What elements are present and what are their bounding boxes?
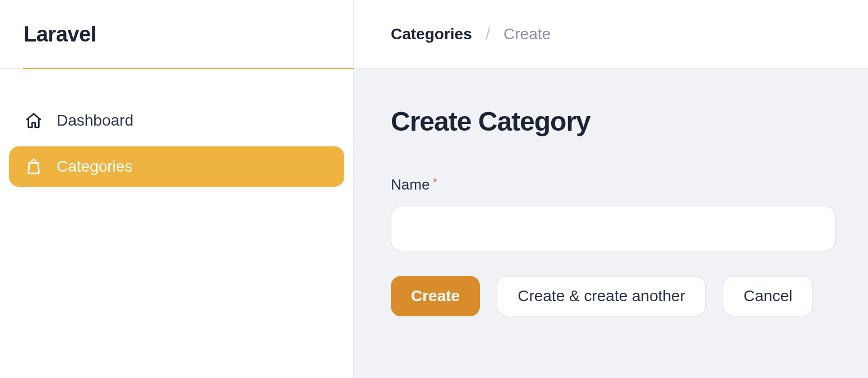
breadcrumb: Categories / Create — [391, 25, 551, 44]
topbar: Categories / Create — [354, 0, 868, 69]
form-group-name: Name * — [391, 176, 835, 251]
shopping-bag-icon — [25, 158, 43, 176]
sidebar-item-dashboard[interactable]: Dashboard — [9, 100, 344, 141]
sidebar-item-label: Categories — [57, 158, 132, 176]
sidebar-item-categories[interactable]: Categories — [9, 146, 344, 187]
cancel-button[interactable]: Cancel — [723, 276, 813, 316]
breadcrumb-current: Create — [504, 25, 551, 43]
breadcrumb-root[interactable]: Categories — [391, 25, 472, 43]
create-and-create-another-button[interactable]: Create & create another — [497, 276, 706, 316]
required-asterisk: * — [433, 177, 437, 187]
sidebar-nav: Dashboard Categories — [0, 69, 353, 192]
page-title: Create Category — [391, 106, 835, 137]
sidebar-item-label: Dashboard — [57, 112, 133, 130]
main: Categories / Create Create Category Name… — [354, 0, 868, 378]
name-input[interactable] — [391, 206, 835, 251]
sidebar: Laravel Dashboard Categories — [0, 0, 354, 378]
breadcrumb-separator: / — [486, 25, 490, 44]
form-actions: Create Create & create another Cancel — [391, 276, 835, 316]
sidebar-header: Laravel — [0, 0, 353, 69]
name-label-text: Name — [391, 176, 430, 193]
name-label: Name * — [391, 176, 437, 193]
create-button[interactable]: Create — [391, 276, 480, 316]
brand-logo: Laravel — [24, 22, 96, 47]
content-area: Create Category Name * Create Create & c… — [354, 69, 868, 378]
home-icon — [25, 112, 43, 130]
